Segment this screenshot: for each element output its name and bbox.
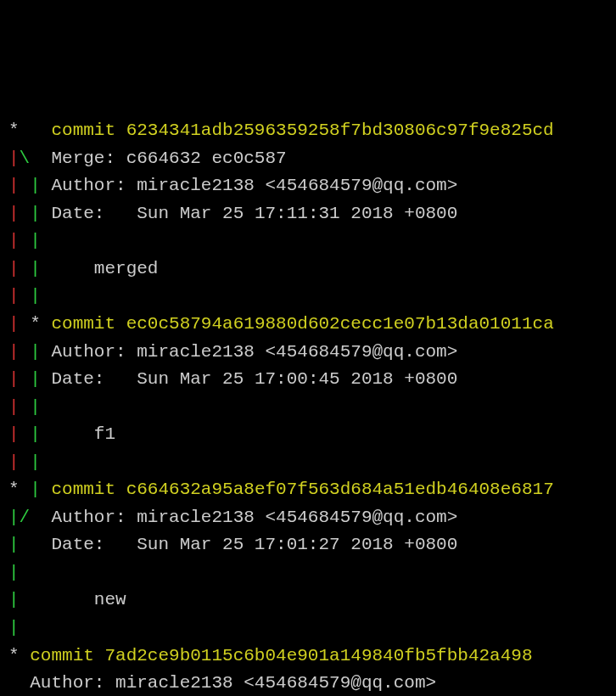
message-line: | | f1 bbox=[8, 421, 616, 449]
blank-line: | | bbox=[8, 283, 616, 311]
commit-line: * | commit c664632a95a8ef07f563d684a51ed… bbox=[8, 476, 616, 504]
commit-hash-label: commit ec0c58794a619880d602cecc1e07b13da… bbox=[51, 314, 553, 334]
git-log-output: * commit 6234341adb2596359258f7bd30806c9… bbox=[8, 117, 616, 696]
commit-message: f1 bbox=[51, 424, 115, 444]
commit-hash-label: commit c664632a95a8ef07f563d684a51edb464… bbox=[51, 480, 553, 499]
commit-line: * commit 7ad2ce9b0115c6b04e901a149840fb5… bbox=[8, 643, 616, 671]
author-label: Author: miracle2138 <454684579@qq.com> bbox=[51, 342, 457, 362]
blank-line: | | bbox=[8, 449, 616, 477]
commit-message: new bbox=[51, 590, 126, 609]
author-line: | | Author: miracle2138 <454684579@qq.co… bbox=[8, 172, 616, 200]
merge-line: |\ Merge: c664632 ec0c587 bbox=[8, 145, 616, 173]
message-line: | new bbox=[8, 587, 616, 615]
date-label: Date: Sun Mar 25 17:01:27 2018 +0800 bbox=[51, 535, 457, 554]
blank-line: | | bbox=[8, 394, 616, 422]
blank-line: | | bbox=[8, 227, 616, 255]
author-line: Author: miracle2138 <454684579@qq.com> bbox=[8, 670, 616, 696]
date-label: Date: Sun Mar 25 17:11:31 2018 +0800 bbox=[51, 204, 457, 223]
author-label: Author: miracle2138 <454684579@qq.com> bbox=[30, 673, 436, 693]
author-label: Author: miracle2138 <454684579@qq.com> bbox=[51, 508, 457, 527]
blank-line: | bbox=[8, 559, 616, 587]
message-line: | | merged bbox=[8, 255, 616, 283]
commit-line: | * commit ec0c58794a619880d602cecc1e07b… bbox=[8, 311, 616, 339]
date-line: | | Date: Sun Mar 25 17:11:31 2018 +0800 bbox=[8, 200, 616, 228]
commit-hash-label: commit 6234341adb2596359258f7bd30806c97f… bbox=[51, 121, 553, 140]
blank-line: | bbox=[8, 615, 616, 643]
date-label: Date: Sun Mar 25 17:00:45 2018 +0800 bbox=[51, 369, 457, 389]
date-line: | | Date: Sun Mar 25 17:00:45 2018 +0800 bbox=[8, 366, 616, 394]
author-label: Author: miracle2138 <454684579@qq.com> bbox=[51, 176, 457, 195]
commit-hash-label: commit 7ad2ce9b0115c6b04e901a149840fb5fb… bbox=[30, 646, 532, 665]
commit-message: merged bbox=[51, 259, 158, 278]
author-line: | | Author: miracle2138 <454684579@qq.co… bbox=[8, 339, 616, 367]
merge-label: Merge: c664632 ec0c587 bbox=[51, 149, 286, 168]
commit-line: * commit 6234341adb2596359258f7bd30806c9… bbox=[8, 117, 616, 145]
date-line: | Date: Sun Mar 25 17:01:27 2018 +0800 bbox=[8, 531, 616, 559]
author-line: |/ Author: miracle2138 <454684579@qq.com… bbox=[8, 504, 616, 532]
